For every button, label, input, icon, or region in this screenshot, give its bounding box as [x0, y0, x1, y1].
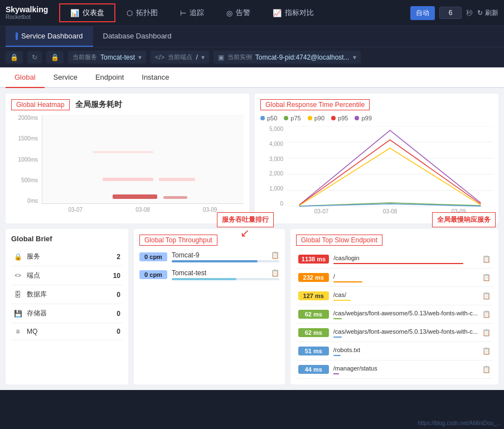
heatmap-bar-1 — [103, 178, 153, 181]
throughput-section: Global Top Throughput 0 cpm Tomcat-9 📋 — [134, 229, 285, 384]
heatmap-y-axis: 2000ms 1500ms 1000ms 500ms 0ms — [11, 115, 40, 204]
nav-tab-trace[interactable]: ⊢ 追踪 — [169, 3, 215, 22]
nav-tab-alert[interactable]: ◎ 告警 — [215, 3, 261, 22]
endpoint-copy-4[interactable]: 📋 — [482, 329, 491, 337]
ms-badge-4: 62 ms — [298, 328, 329, 337]
tab-indicator — [16, 32, 18, 40]
top-nav-tabs: 📊 仪表盘 ⬡ 拓扑图 ⊢ 追踪 ◎ 告警 📈 指标对比 — [59, 3, 410, 22]
throughput-annotation: 服务吞吐量排行 ↙ — [217, 212, 274, 238]
chart-svg — [287, 126, 493, 207]
endpoint-selector[interactable]: </> 当前端点 / ▾ — [151, 51, 209, 64]
bar-container-1 — [172, 260, 279, 262]
logo-area: Skywalking Rocketbot — [6, 5, 48, 21]
ms-badge-2: 127 ms — [298, 291, 329, 300]
line-chart: 5,000 4,000 3,000 2,000 1,000 0 — [260, 126, 493, 215]
response-title-box[interactable]: Global Response Time Percentile — [260, 99, 370, 110]
legend-p99: p99 — [355, 115, 371, 121]
endpoint-underline-4 — [333, 337, 342, 338]
sub-tab-service[interactable]: Service — [45, 67, 86, 88]
throughput-name-1: Tomcat-9 — [172, 251, 271, 259]
throughput-name-2: Tomcat-test — [172, 269, 271, 277]
legend-dot-p99 — [355, 116, 359, 120]
endpoint-path-5: /robots.txt — [333, 347, 360, 353]
throughput-name-bar-2: Tomcat-test 📋 — [172, 269, 279, 280]
legend-p75: p75 — [284, 115, 301, 121]
endpoint-copy-6[interactable]: 📋 — [482, 365, 491, 373]
endpoint-item-3: 62 ms /cas/webjars/font-awesome/5.0.13/w… — [296, 305, 493, 324]
throughput-col: 服务吞吐量排行 ↙ Global Top Throughput 0 cpm To… — [134, 229, 285, 384]
refresh-ctrl[interactable]: ↻ — [27, 51, 42, 64]
endpoint-path-3: /cas/webjars/font-awesome/5.0.13/web-fon… — [333, 310, 478, 316]
heatmap-bar-4 — [163, 196, 187, 199]
slow-annotation: 全局最慢响应服务 — [432, 212, 496, 227]
service-selector[interactable]: 当前服务 Tomcat-test ▾ — [68, 51, 146, 64]
sub-tab-global[interactable]: Global — [6, 67, 45, 88]
lock-icon-2: 🔒 — [51, 53, 59, 61]
sec-label: 秒 — [466, 8, 473, 18]
endpoint-path-col-6: /manager/status — [333, 364, 478, 374]
throughput-name-bar-1: Tomcat-9 📋 — [172, 251, 279, 262]
lock-icon: 🔒 — [10, 53, 18, 61]
auto-button[interactable]: 自动 — [410, 6, 435, 20]
trace-icon: ⊢ — [180, 9, 186, 17]
throughput-title-box[interactable]: Global Top Throughput — [139, 235, 217, 246]
slow-endpoint-title-box[interactable]: Global Top Slow Endpoint — [296, 235, 382, 246]
ms-badge-1: 232 ms — [298, 273, 329, 282]
bar-container-2 — [172, 278, 279, 280]
refresh-button[interactable]: ↻ 刷新 — [477, 8, 498, 18]
slow-endpoint-col: 全局最慢响应服务 Global Top Slow Endpoint 1138 m… — [290, 229, 498, 384]
nav-tab-metrics[interactable]: 📈 指标对比 — [261, 3, 325, 22]
nav-tab-topology[interactable]: ⬡ 拓扑图 — [115, 3, 169, 22]
lock-ctrl-2: 🔒 — [46, 51, 64, 64]
instance-selector[interactable]: ▣ 当前实例 Tomcat-9-pid:4742@localhost... ▾ — [214, 51, 361, 64]
heatmap-section: Global Heatmap 全局服务耗时 2000ms 1500ms 1000… — [6, 94, 249, 223]
endpoint-underline-0 — [333, 263, 463, 264]
heatmap-header: Global Heatmap 全局服务耗时 — [11, 99, 244, 110]
endpoint-item-0: 1138 ms /cas/login 📋 — [296, 250, 493, 269]
slow-endpoint-section: Global Top Slow Endpoint 1138 ms /cas/lo… — [290, 229, 498, 384]
tab-service-dashboard[interactable]: Service Dashboard — [6, 26, 93, 47]
response-time-section: Global Response Time Percentile p50 p75 … — [255, 94, 498, 223]
legend-dot-p95 — [331, 116, 336, 120]
sub-tab-endpoint[interactable]: Endpoint — [86, 67, 133, 88]
endpoint-path-col-0: /cas/login — [333, 254, 478, 264]
endpoint-copy-5[interactable]: 📋 — [482, 347, 491, 355]
global-brief: Global Brief 🔒 服务 2 <> 端点 10 🗄 数据库 0 💾 存… — [6, 229, 128, 384]
brief-row-database: 🗄 数据库 0 — [11, 285, 123, 304]
heatmap-bar-5 — [93, 151, 153, 153]
nav-tab-dashboard[interactable]: 📊 仪表盘 — [59, 3, 115, 22]
tab-database-dashboard[interactable]: Database Dashboard — [93, 26, 182, 47]
bottom-section: Global Brief 🔒 服务 2 <> 端点 10 🗄 数据库 0 💾 存… — [6, 229, 498, 384]
endpoint-copy-1[interactable]: 📋 — [482, 274, 491, 281]
legend-dot-p50 — [260, 116, 265, 120]
seconds-input[interactable] — [439, 7, 462, 19]
storage-icon: 💾 — [13, 310, 22, 318]
refresh-icon: ↻ — [477, 9, 483, 17]
brief-row-endpoint: <> 端点 10 — [11, 266, 123, 285]
top-nav: Skywalking Rocketbot 📊 仪表盘 ⬡ 拓扑图 ⊢ 追踪 ◎ … — [0, 0, 504, 26]
endpoint-path-4: /cas/webjars/font-awesome/5.0.13/web-fon… — [333, 328, 478, 335]
brief-title: Global Brief — [11, 235, 123, 243]
sub-tab-instance[interactable]: Instance — [133, 67, 178, 88]
endpoint-path-col-1: / — [333, 272, 478, 282]
dashboard-tabs: Service Dashboard Database Dashboard — [0, 26, 504, 47]
legend-p50: p50 — [260, 115, 277, 121]
database-icon: 🗄 — [13, 291, 22, 299]
heatmap-bar-2 — [159, 178, 195, 181]
watermark: https://blog.csdn.net/AMiniDou_... — [418, 420, 501, 426]
instance-icon: ▣ — [218, 53, 224, 61]
heatmap-title-box[interactable]: Global Heatmap — [11, 99, 70, 110]
endpoint-copy-0[interactable]: 📋 — [482, 255, 491, 263]
lock-ctrl: 🔒 — [6, 51, 23, 64]
endpoint-item-2: 127 ms /cas/ 📋 — [296, 287, 493, 305]
endpoint-path-2: /cas/ — [333, 291, 346, 298]
endpoint-copy-3[interactable]: 📋 — [482, 310, 491, 318]
endpoint-copy-2[interactable]: 📋 — [482, 292, 491, 300]
ms-badge-5: 51 ms — [298, 347, 329, 355]
copy-icon-2[interactable]: 📋 — [271, 269, 279, 277]
legend-dot-p90 — [308, 116, 312, 120]
heatmap-plot-area — [42, 115, 244, 204]
ms-badge-6: 44 ms — [298, 365, 329, 374]
copy-icon-1[interactable]: 📋 — [271, 251, 279, 259]
endpoint-icon: <> — [13, 272, 22, 279]
